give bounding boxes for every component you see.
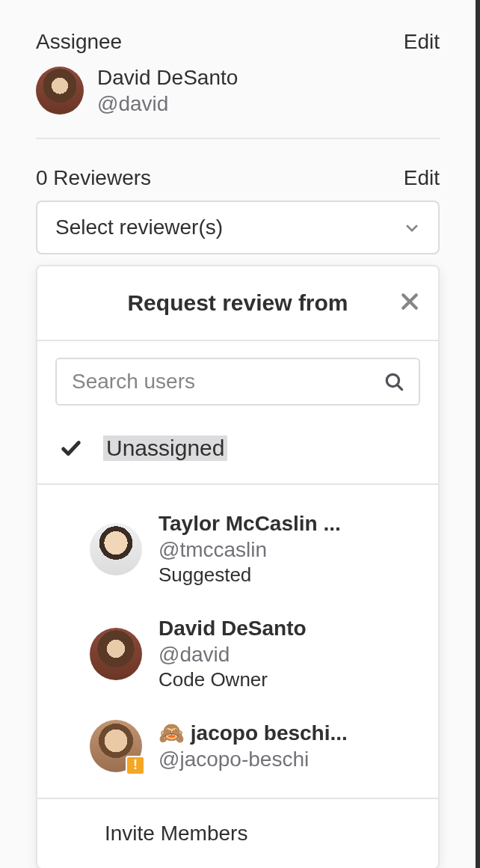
avatar [90, 628, 142, 680]
user-name: David DeSanto [159, 615, 307, 641]
close-button[interactable] [399, 291, 420, 315]
user-name: Taylor McCaslin ... [159, 510, 341, 537]
search-container [37, 341, 438, 406]
user-handle: @jacopo-beschi [159, 746, 348, 772]
sidebar-panel: Assignee Edit David DeSanto @david 0 Rev… [0, 0, 480, 868]
reviewers-edit-link[interactable]: Edit [404, 166, 440, 190]
user-handle: @tmccaslin [159, 537, 341, 563]
unassigned-label: Unassigned [103, 435, 227, 461]
user-handle: @david [159, 641, 307, 667]
reviewers-header: 0 Reviewers Edit [36, 166, 440, 190]
user-option[interactable]: Taylor McCaslin ... @tmccaslin Suggested [37, 497, 438, 602]
avatar [36, 67, 84, 114]
select-reviewers-dropdown-trigger[interactable]: Select reviewer(s) [36, 201, 440, 254]
chevron-down-icon [404, 219, 420, 236]
reviewers-count-label: 0 Reviewers [36, 166, 151, 190]
assignee-user-handle: @david [97, 91, 238, 117]
assignee-edit-link[interactable]: Edit [404, 30, 440, 54]
assignee-user-info: David DeSanto @david [97, 64, 238, 117]
assignee-user-name: David DeSanto [97, 64, 238, 91]
assignee-header: Assignee Edit [36, 30, 440, 54]
unassigned-option[interactable]: Unassigned [37, 406, 438, 485]
invite-members-link[interactable]: Invite Members [37, 799, 438, 868]
close-icon [399, 291, 420, 312]
assignee-user[interactable]: David DeSanto @david [36, 64, 440, 117]
user-meta: Suggested [159, 563, 341, 588]
search-icon [384, 372, 404, 391]
check-icon [60, 437, 82, 459]
user-option[interactable]: ! 🙈 jacopo beschi... @jacopo-beschi [37, 706, 438, 786]
user-meta: Code Owner [159, 667, 307, 693]
section-divider [36, 138, 440, 139]
search-box[interactable] [55, 358, 420, 406]
search-input[interactable] [72, 370, 384, 394]
avatar [90, 523, 142, 575]
user-list: Taylor McCaslin ... @tmccaslin Suggested… [37, 485, 438, 799]
dropdown-title: Request review from [127, 290, 348, 316]
dropdown-header: Request review from [37, 266, 438, 341]
user-option[interactable]: David DeSanto @david Code Owner [37, 602, 438, 706]
user-name: 🙈 jacopo beschi... [159, 720, 348, 746]
assignee-label: Assignee [36, 30, 122, 54]
reviewers-dropdown: Request review from Unassigned Taylor Mc… [36, 265, 440, 868]
select-reviewers-placeholder: Select reviewer(s) [55, 216, 223, 239]
warning-badge-icon: ! [126, 756, 145, 775]
